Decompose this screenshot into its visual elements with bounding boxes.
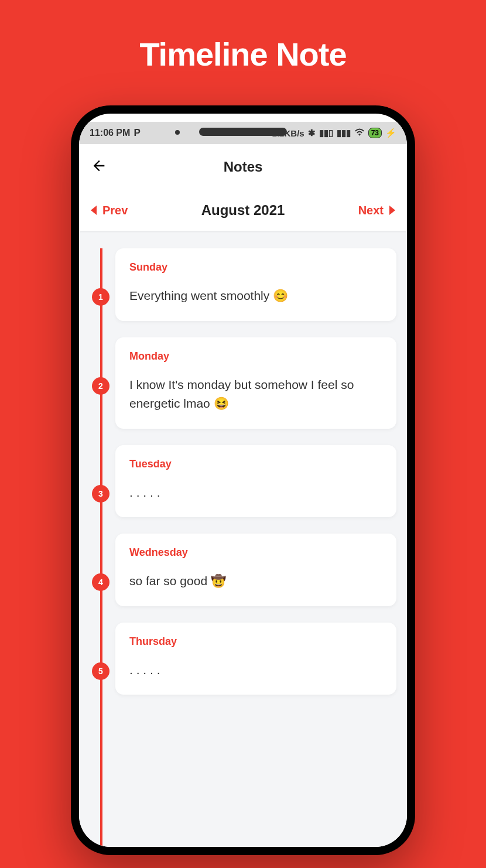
note-body: I know It's monday but somehow I feel so… (129, 375, 382, 414)
signal-icon-2: ▮▮▮ (337, 128, 351, 138)
promo-title: Timeline Note (0, 0, 486, 73)
day-number-badge: 1 (92, 288, 109, 306)
note-day-label: Tuesday (129, 458, 382, 470)
note-day-label: Monday (129, 350, 382, 363)
note-card[interactable]: Sunday Everything went smoothly 😊 (115, 248, 396, 321)
wifi-icon (354, 128, 365, 138)
note-card[interactable]: Thursday . . . . . (115, 623, 396, 695)
day-number-badge: 2 (92, 377, 109, 395)
note-body: so far so good 🤠 (129, 572, 382, 591)
month-label: August 2021 (201, 202, 285, 218)
note-card[interactable]: Tuesday . . . . . (115, 445, 396, 518)
camera-dot (175, 130, 180, 135)
timeline-entry: 1 Sunday Everything went smoothly 😊 (115, 248, 396, 321)
timeline-entry: 5 Thursday . . . . . (115, 623, 396, 695)
carrier-icon: P (134, 127, 140, 139)
note-day-label: Thursday (129, 635, 382, 648)
timeline-list[interactable]: 1 Sunday Everything went smoothly 😊 2 Mo… (79, 231, 407, 847)
chevron-left-icon (91, 206, 97, 215)
month-navigator: Prev August 2021 Next (79, 190, 407, 231)
note-card[interactable]: Wednesday so far so good 🤠 (115, 534, 396, 606)
status-time: 11:06 PM (90, 128, 130, 138)
note-card[interactable]: Monday I know It's monday but somehow I … (115, 337, 396, 429)
chevron-right-icon (389, 206, 395, 215)
phone-frame: 11:06 PM P 1.2KB/s ✱ ▮▮▯ ▮▮▮ 73 ⚡ Notes (71, 105, 415, 855)
note-body: . . . . . (129, 483, 382, 503)
page-title: Notes (224, 159, 263, 175)
bluetooth-icon: ✱ (308, 128, 316, 138)
note-day-label: Sunday (129, 261, 382, 274)
day-number-badge: 3 (92, 485, 109, 503)
back-button[interactable] (91, 158, 107, 177)
next-month-button[interactable]: Next (358, 204, 395, 217)
timeline-entry: 2 Monday I know It's monday but somehow … (115, 337, 396, 429)
next-label: Next (358, 204, 384, 217)
day-number-badge: 5 (92, 662, 109, 680)
timeline-line (100, 248, 102, 847)
timeline-entry: 3 Tuesday . . . . . (115, 445, 396, 518)
note-day-label: Wednesday (129, 546, 382, 559)
charging-icon: ⚡ (385, 128, 396, 138)
signal-icon: ▮▮▯ (319, 128, 333, 138)
prev-month-button[interactable]: Prev (91, 204, 128, 217)
timeline-entry: 4 Wednesday so far so good 🤠 (115, 534, 396, 606)
status-bar: 11:06 PM P 1.2KB/s ✱ ▮▮▯ ▮▮▮ 73 ⚡ (79, 122, 407, 144)
battery-icon: 73 (368, 128, 382, 138)
day-number-badge: 4 (92, 573, 109, 591)
data-rate: 1.2KB/s (272, 128, 304, 138)
app-bar: Notes (79, 144, 407, 190)
prev-label: Prev (102, 204, 128, 217)
phone-screen: 11:06 PM P 1.2KB/s ✱ ▮▮▯ ▮▮▮ 73 ⚡ Notes (79, 114, 407, 847)
note-body: . . . . . (129, 661, 382, 680)
note-body: Everything went smoothly 😊 (129, 286, 382, 306)
